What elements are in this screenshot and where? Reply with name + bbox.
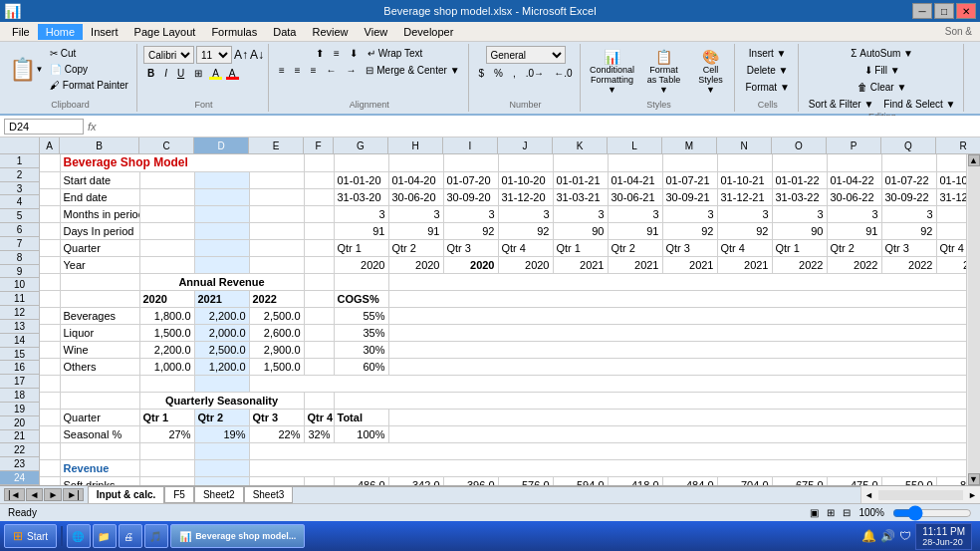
cell-C11[interactable]: 1,500.0 <box>139 324 194 341</box>
cell-C5[interactable] <box>139 222 194 239</box>
cell-F8[interactable] <box>304 273 334 290</box>
sheet-nav-first[interactable]: |◄ <box>4 488 25 501</box>
cell-A1[interactable] <box>40 154 60 171</box>
menu-view[interactable]: View <box>357 24 396 40</box>
row-header-22[interactable]: 22 <box>0 443 39 457</box>
row-header-20[interactable]: 20 <box>0 416 39 430</box>
cell-E20[interactable] <box>249 476 304 485</box>
cell-G5[interactable]: 91 <box>334 222 388 239</box>
cell-H6[interactable]: Qtr 2 <box>388 239 443 256</box>
cell-G10[interactable]: 55% <box>334 307 388 324</box>
cell-C12[interactable]: 2,200.0 <box>139 341 194 358</box>
cell-C10[interactable]: 1,800.0 <box>139 307 194 324</box>
col-header-L[interactable]: L <box>608 138 662 153</box>
cell-A4[interactable] <box>40 205 60 222</box>
cell-C6[interactable] <box>139 239 194 256</box>
cell-K4[interactable]: 3 <box>553 205 608 222</box>
cell-B20[interactable]: Soft drinks <box>60 476 139 485</box>
start-button[interactable]: ⊞ Start <box>4 524 57 548</box>
sort-filter-button[interactable]: Sort & Filter ▼ <box>805 97 877 112</box>
menu-data[interactable]: Data <box>265 24 304 40</box>
cell-E9[interactable]: 2022 <box>249 290 304 307</box>
cell-O3[interactable]: 31-03-22 <box>772 188 827 205</box>
cell-D11[interactable]: 2,000.0 <box>194 324 249 341</box>
fill-button[interactable]: ⬇ Fill ▼ <box>860 63 904 78</box>
cell-A2[interactable] <box>40 171 60 188</box>
cell-B3[interactable]: End date <box>60 188 139 205</box>
cell-B11[interactable]: Liquor <box>60 324 139 341</box>
row-header-15[interactable]: 15 <box>0 348 39 362</box>
comma-button[interactable]: , <box>509 66 520 81</box>
cell-L3[interactable]: 30-06-21 <box>608 188 662 205</box>
cell-E2[interactable] <box>249 171 304 188</box>
cell-F12[interactable] <box>304 341 334 358</box>
cell-O20[interactable]: 675.0 <box>772 476 827 485</box>
row-header-8[interactable]: 8 <box>0 251 39 265</box>
cell-C7[interactable] <box>139 256 194 273</box>
cell-rest11[interactable] <box>388 324 966 341</box>
cell-K20[interactable]: 594.0 <box>553 476 608 485</box>
cell-C2[interactable] <box>139 171 194 188</box>
corner-cell[interactable] <box>0 138 40 153</box>
cell-P1[interactable] <box>827 154 881 171</box>
col-header-P[interactable]: P <box>827 138 881 153</box>
row-header-2[interactable]: 2 <box>0 168 39 182</box>
border-button[interactable]: ⊞ <box>190 66 206 81</box>
format-painter-button[interactable]: 🖌 Format Painter <box>46 78 132 93</box>
cell-D9[interactable]: 2021 <box>194 290 249 307</box>
cell-L2[interactable]: 01-04-21 <box>608 171 662 188</box>
row-header-10[interactable]: 10 <box>0 278 39 292</box>
cell-C19[interactable] <box>139 459 194 476</box>
cell-G8[interactable] <box>334 273 388 290</box>
cell-E16[interactable]: Qtr 3 <box>249 409 304 425</box>
cell-J7[interactable]: 2020 <box>498 256 553 273</box>
sheet-tab-f5[interactable]: F5 <box>164 486 194 503</box>
cell-K7[interactable]: 2021 <box>553 256 608 273</box>
cell-L6[interactable]: Qtr 2 <box>608 239 662 256</box>
cell-A13[interactable] <box>40 358 60 375</box>
cell-C16[interactable]: Qtr 1 <box>139 409 194 425</box>
cell-B9[interactable] <box>60 290 139 307</box>
copy-button[interactable]: 📄 Copy <box>46 62 132 77</box>
align-left-button[interactable]: ≡ <box>275 63 289 78</box>
cell-I6[interactable]: Qtr 3 <box>443 239 498 256</box>
col-header-H[interactable]: H <box>388 138 443 153</box>
cell-Q4[interactable]: 3 <box>881 205 936 222</box>
cell-D16[interactable]: Qtr 2 <box>194 409 249 425</box>
cell-J20[interactable]: 576.0 <box>498 476 553 485</box>
cell-rest10[interactable] <box>388 307 966 324</box>
cell-B16[interactable]: Quarter <box>60 409 139 425</box>
cell-A19[interactable] <box>40 459 60 476</box>
cell-D18[interactable] <box>194 442 249 459</box>
cell-F1[interactable] <box>304 154 334 171</box>
find-select-button[interactable]: Find & Select ▼ <box>879 97 959 112</box>
col-header-J[interactable]: J <box>498 138 553 153</box>
col-header-R[interactable]: R <box>936 138 980 153</box>
cell-P20[interactable]: 475.0 <box>827 476 881 485</box>
cell-G16[interactable]: Total <box>334 409 388 425</box>
cell-H20[interactable]: 342.0 <box>388 476 443 485</box>
indent-decrease-button[interactable]: ← <box>322 63 340 78</box>
cell-R7[interactable]: 2022 <box>936 256 966 273</box>
cell-L1[interactable] <box>608 154 662 171</box>
cut-button[interactable]: ✂ Cut <box>46 46 132 61</box>
wrap-text-button[interactable]: ↵ Wrap Text <box>364 46 426 61</box>
cell-O1[interactable] <box>772 154 827 171</box>
cell-styles-button[interactable]: 🎨 Cell Styles ▼ <box>690 46 730 98</box>
cell-H2[interactable]: 01-04-20 <box>388 171 443 188</box>
cell-A3[interactable] <box>40 188 60 205</box>
cell-M20[interactable]: 484.0 <box>662 476 717 485</box>
taskbar-hp[interactable]: 🖨 <box>119 524 142 548</box>
cell-D19[interactable] <box>194 459 249 476</box>
cell-R20[interactable]: 800.0 <box>936 476 966 485</box>
cell-I5[interactable]: 92 <box>443 222 498 239</box>
cell-A8[interactable] <box>40 273 60 290</box>
cell-F10[interactable] <box>304 307 334 324</box>
cell-G20[interactable]: 486.0 <box>334 476 388 485</box>
cell-D5[interactable] <box>194 222 249 239</box>
cell-F17[interactable]: 32% <box>304 425 334 442</box>
cell-rest18[interactable] <box>249 442 966 459</box>
cell-D17[interactable]: 19% <box>194 425 249 442</box>
cell-R4[interactable]: 3 <box>936 205 966 222</box>
cell-rest16[interactable] <box>388 409 966 425</box>
